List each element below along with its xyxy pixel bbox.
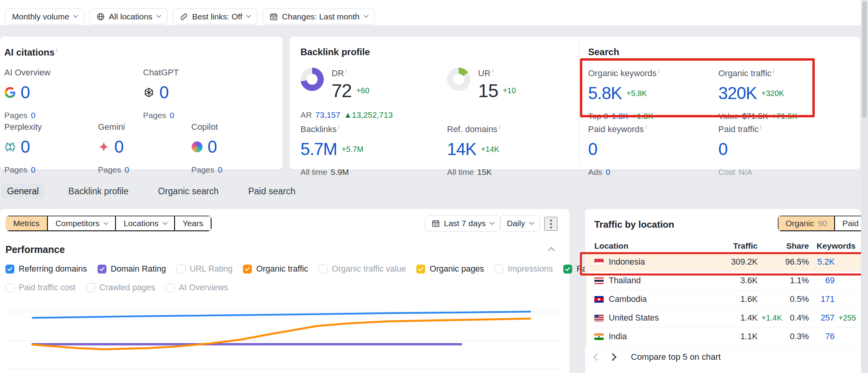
info-icon[interactable]: i: [645, 124, 646, 130]
table-row-united-states[interactable]: United States 1.4K +1.4K 0.4% 257 +255: [585, 309, 861, 328]
backlink-search-card: Backlink profile DRi 72 +60 AR 73,157 ▲1…: [290, 37, 860, 169]
checkbox-box[interactable]: [5, 265, 14, 274]
checkbox-box[interactable]: [166, 283, 175, 292]
top3-link[interactable]: 1.3K: [611, 112, 628, 121]
copilot-pages-link[interactable]: 0: [218, 165, 223, 174]
checkbox-box[interactable]: [494, 265, 503, 274]
checkbox-box[interactable]: [416, 265, 425, 274]
tab-paid-search[interactable]: Paid search: [243, 184, 300, 199]
monthly-volume-dropdown[interactable]: Monthly volume: [5, 9, 84, 24]
keywords-link[interactable]: 69: [809, 276, 835, 286]
segment-years[interactable]: Years: [175, 216, 211, 231]
keywords-link[interactable]: 5.2K: [809, 257, 835, 267]
metric-checkbox-row-2: Paid traffic cost Crawled pages AI Overv…: [5, 283, 228, 293]
chart-line-referring-domains: [33, 312, 530, 318]
prev-page-chevron[interactable]: [593, 353, 601, 361]
traffic-by-location-card: Traffic by location Organic90 Paid0 Loca…: [585, 209, 861, 373]
all-locations-dropdown[interactable]: All locations: [89, 9, 168, 24]
collapse-section-chevron[interactable]: [548, 247, 555, 254]
performance-title: Performance: [5, 244, 65, 255]
organic-keywords-value[interactable]: 5.8K: [588, 84, 622, 103]
perplexity-pages-link[interactable]: 0: [31, 165, 36, 174]
paid-keywords-value[interactable]: 0: [588, 139, 597, 159]
date-range-dropdown[interactable]: Last 7 days: [425, 215, 500, 232]
keywords-link[interactable]: 76: [809, 332, 835, 342]
checkbox-impressions[interactable]: Impressions: [494, 264, 553, 274]
dr-value: 72: [332, 80, 351, 101]
checkbox-referring-domains[interactable]: Referring domains: [5, 264, 87, 274]
checkbox-organic-traffic[interactable]: Organic traffic: [243, 264, 308, 274]
page-scrollbar-track[interactable]: [861, 0, 868, 373]
checkbox-box[interactable]: [176, 265, 185, 274]
ar-value-link[interactable]: 73,157: [315, 110, 340, 120]
tab-general[interactable]: General: [2, 184, 44, 199]
info-icon[interactable]: i: [760, 124, 761, 130]
checkbox-ai-overviews[interactable]: AI Overviews: [166, 283, 228, 293]
changes-label: Changes: Last month: [282, 12, 360, 21]
segment-metrics[interactable]: Metrics: [6, 216, 48, 231]
organic-traffic-value[interactable]: 320K: [718, 84, 757, 103]
info-icon[interactable]: i: [346, 68, 347, 74]
flag-indonesia-icon: [594, 259, 604, 265]
page-scrollbar-thumb[interactable]: [862, 1, 867, 118]
gemini-count[interactable]: 0: [114, 137, 123, 157]
flag-india-icon: [594, 333, 604, 340]
checkbox-url-rating[interactable]: URL Rating: [176, 264, 232, 274]
toggle-organic[interactable]: Organic90: [778, 216, 835, 231]
info-icon[interactable]: i: [492, 68, 493, 74]
checkbox-box[interactable]: [319, 265, 328, 274]
checkbox-box[interactable]: [243, 265, 252, 274]
col-traffic: Traffic: [719, 241, 758, 251]
ads-link[interactable]: 0: [606, 167, 610, 177]
info-icon[interactable]: i: [658, 68, 659, 74]
paid-traffic-value[interactable]: 0: [718, 139, 727, 159]
ref-domains-value[interactable]: 14K: [447, 139, 476, 159]
keywords-link[interactable]: 171: [809, 295, 835, 304]
kebab-menu-button[interactable]: [544, 217, 557, 231]
checkbox-organic-pages[interactable]: Organic pages: [416, 264, 484, 274]
table-row-india[interactable]: India 1.1K 0.3% 76: [585, 328, 861, 346]
perplexity-count[interactable]: 0: [21, 137, 30, 157]
compare-top5-label[interactable]: Compare top 5 on chart: [631, 352, 721, 362]
checkbox-paid-traffic-cost[interactable]: Paid traffic cost: [5, 283, 76, 293]
checkbox-organic-traffic-value[interactable]: Organic traffic value: [319, 264, 406, 274]
checkbox-box[interactable]: [563, 265, 572, 274]
tab-backlink-profile[interactable]: Backlink profile: [63, 184, 134, 199]
location-table-body: Indonesia 309.2K 96.5% 5.2K Thailand 3.6…: [585, 253, 861, 346]
info-icon[interactable]: i: [338, 124, 339, 130]
col-location: Location: [594, 241, 719, 251]
ref-domains-metric: Ref. domainsi 14K +14K All time15K: [447, 124, 500, 177]
chatgpt-pages-link[interactable]: 0: [170, 111, 175, 120]
info-icon[interactable]: i: [499, 124, 500, 130]
top-toolbar: Monthly volume All locations Best links:…: [0, 0, 868, 26]
tab-organic-search[interactable]: Organic search: [153, 184, 224, 199]
segment-locations[interactable]: Locations: [116, 216, 175, 231]
keywords-link[interactable]: 257: [809, 313, 835, 323]
best-links-dropdown[interactable]: Best links: Off: [173, 9, 257, 24]
changes-dropdown[interactable]: Changes: Last month: [262, 9, 375, 24]
segment-competitors[interactable]: Competitors: [48, 216, 116, 231]
ai-overview-count[interactable]: 0: [21, 83, 30, 102]
backlinks-value[interactable]: 5.7M: [300, 139, 337, 159]
table-row-cambodia[interactable]: Cambodia 1.6K 0.5% 171: [585, 290, 861, 309]
next-page-chevron[interactable]: [609, 353, 617, 361]
checkbox-box[interactable]: [86, 283, 95, 292]
checkbox-crawled-pages[interactable]: Crawled pages: [86, 283, 155, 293]
chatgpt-count[interactable]: 0: [159, 83, 168, 102]
ai-overview-pages-link[interactable]: 0: [31, 111, 36, 120]
interval-dropdown[interactable]: Daily: [500, 215, 540, 232]
info-icon[interactable]: i: [56, 47, 57, 53]
table-row-indonesia[interactable]: Indonesia 309.2K 96.5% 5.2K: [585, 253, 861, 272]
checkbox-box[interactable]: [5, 283, 14, 292]
table-row-thailand[interactable]: Thailand 3.6K 1.1% 69: [585, 272, 861, 290]
backlinks-metric: Backlinksi 5.7M +5.7M All time5.9M: [300, 124, 363, 177]
section-tabs: General Backlink profile Organic search …: [2, 183, 301, 199]
checkbox-domain-rating[interactable]: Domain Rating: [98, 264, 166, 274]
flag-united-states-icon: [594, 315, 604, 321]
gemini-pages-link[interactable]: 0: [125, 165, 129, 174]
checkbox-box[interactable]: [98, 265, 107, 274]
chevron-down-icon: [73, 13, 78, 18]
info-icon[interactable]: i: [773, 68, 774, 74]
copilot-count[interactable]: 0: [208, 137, 217, 157]
chevron-down-icon: [363, 13, 369, 18]
